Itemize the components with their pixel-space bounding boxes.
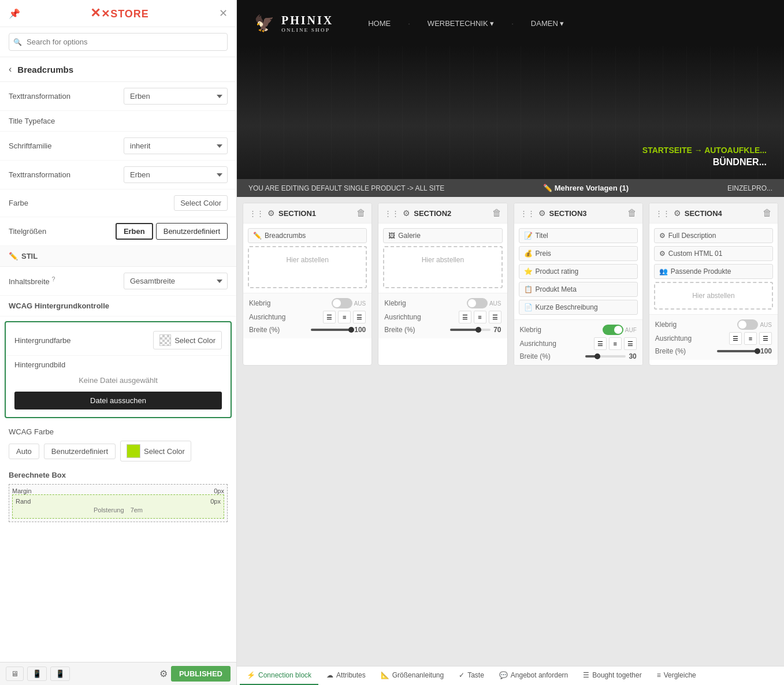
section-gear-btn[interactable]: ⚙ xyxy=(538,209,546,218)
widget-icon: ⚙ xyxy=(659,250,666,258)
drag-handle-icon[interactable]: ⋮⋮ xyxy=(249,209,264,218)
bottom-tab-3[interactable]: ✓Taste xyxy=(452,667,491,685)
right-panel: 🦅 PHINIX ONLINE SHOP HOME · WERBETECHNIK… xyxy=(237,0,784,685)
titelgroessen-erben-btn[interactable]: Erben xyxy=(116,223,153,240)
klebrig-toggle[interactable] xyxy=(737,319,758,330)
drag-handle-icon[interactable]: ⋮⋮ xyxy=(520,209,535,218)
texttransformation1-control[interactable]: Erben xyxy=(124,88,228,105)
nav-home[interactable]: HOME xyxy=(368,19,391,28)
inhaltsbreite-control[interactable]: Gesamtbreite xyxy=(124,273,228,289)
hintergrundbild-label: Hintergrundbild xyxy=(14,360,222,369)
wcag-auto-btn[interactable]: Auto xyxy=(9,444,39,459)
close-icon[interactable]: ✕ xyxy=(219,7,228,20)
section-widget[interactable]: 📋 Produkt Meta xyxy=(519,282,638,297)
texttransformation1-row: Texttransformation Erben xyxy=(0,82,236,111)
wcag-color-button[interactable]: Select Color xyxy=(120,441,191,461)
published-button[interactable]: PUBLISHED xyxy=(171,666,231,682)
section-widget[interactable]: 📄 Kurze Beschreibung xyxy=(519,300,638,315)
breite-controls: 100 xyxy=(311,326,366,334)
texttransformation2-select[interactable]: Erben xyxy=(124,166,228,183)
section-gear-btn[interactable]: ⚙ xyxy=(267,209,275,218)
section-card-3: ⋮⋮ ⚙ SECTION3 🗑 📝 Titel 💰 Preis ⭐ Produc… xyxy=(514,203,643,366)
search-input[interactable] xyxy=(9,33,228,51)
section-delete-btn[interactable]: 🗑 xyxy=(627,208,637,218)
widget-icon: ⚙ xyxy=(659,232,666,240)
bottom-tab-6[interactable]: ≡Vergleiche xyxy=(650,667,703,685)
bottom-tab-2[interactable]: 📐Größenanleitung xyxy=(374,667,451,685)
section-widget[interactable]: 📝 Titel xyxy=(519,228,638,243)
section-left-controls: ⋮⋮ ⚙ SECTION1 xyxy=(249,209,316,218)
align-left-btn[interactable]: ☰ xyxy=(323,311,336,323)
align-center-btn[interactable]: ≡ xyxy=(609,337,622,350)
settings-gear-icon[interactable]: ⚙ xyxy=(159,668,168,679)
bottom-tab-5[interactable]: ☰Bought together xyxy=(576,667,648,685)
align-right-btn[interactable]: ☰ xyxy=(624,337,637,350)
align-center-btn[interactable]: ≡ xyxy=(744,332,757,345)
texttransformation1-select[interactable]: Erben xyxy=(124,88,228,105)
tab-label-1: Attributes xyxy=(336,671,366,679)
pin-icon[interactable]: 📌 xyxy=(9,8,20,19)
breite-row: Breite (%) 100 xyxy=(655,347,772,355)
align-right-btn[interactable]: ☰ xyxy=(353,311,366,323)
bottom-tab-1[interactable]: ☁Attributes xyxy=(319,667,373,685)
section-widget[interactable]: 👥 Passende Produkte xyxy=(654,264,773,279)
mobile-device-btn[interactable]: 📱 xyxy=(50,667,70,681)
inhaltsbreite-select[interactable]: Gesamtbreite xyxy=(124,273,228,289)
breite-slider-thumb[interactable] xyxy=(348,327,354,333)
nav-werbetechnik[interactable]: WERBETECHNIK ▾ xyxy=(428,19,494,28)
hintergrundfarbe-color-button[interactable]: Select Color xyxy=(153,331,222,349)
klebrig-toggle[interactable] xyxy=(332,298,352,308)
drop-zone[interactable]: Hier abstellen xyxy=(654,282,773,310)
texttransformation2-row: Texttransformation Erben xyxy=(0,161,236,189)
section-delete-btn[interactable]: 🗑 xyxy=(492,208,501,218)
wcag-color-swatch xyxy=(127,444,140,458)
align-center-btn[interactable]: ≡ xyxy=(474,311,486,323)
templates-button[interactable]: ✏️ Mehrere Vorlagen (1) xyxy=(543,184,629,192)
section-widget[interactable]: ⭐ Product rating xyxy=(519,264,638,279)
bottom-tab-0[interactable]: ⚡Connection block xyxy=(240,667,318,685)
align-right-btn[interactable]: ☰ xyxy=(489,311,501,323)
align-left-btn[interactable]: ☰ xyxy=(459,311,471,323)
editing-bar: YOU ARE EDITING DEFAULT SINGLE PRODUCT -… xyxy=(237,179,784,197)
section-gear-btn[interactable]: ⚙ xyxy=(403,209,410,218)
section-card-body: ⚙ Full Description ⚙ Custom HTML 01 👥 Pa… xyxy=(649,224,778,314)
align-center-btn[interactable]: ≡ xyxy=(338,311,351,323)
align-right-btn[interactable]: ☰ xyxy=(759,332,772,345)
back-arrow-icon[interactable]: ‹ xyxy=(9,64,12,75)
widget-label: Produkt Meta xyxy=(536,285,577,293)
drag-handle-icon[interactable]: ⋮⋮ xyxy=(384,209,399,218)
drag-handle-icon[interactable]: ⋮⋮ xyxy=(655,209,670,218)
wcag-custom-btn[interactable]: Benutzerdefiniert xyxy=(44,444,116,459)
align-left-btn[interactable]: ☰ xyxy=(594,337,607,350)
breite-slider-thumb[interactable] xyxy=(594,353,600,359)
datei-aussuchen-btn[interactable]: Datei aussuchen xyxy=(14,392,222,409)
texttransformation2-control[interactable]: Erben xyxy=(124,166,228,183)
section-gear-btn[interactable]: ⚙ xyxy=(674,209,681,218)
section-widget[interactable]: 🖼 Galerie xyxy=(383,228,502,243)
section-delete-btn[interactable]: 🗑 xyxy=(763,208,772,218)
section-widget[interactable]: 💰 Preis xyxy=(519,246,638,261)
klebrig-toggle[interactable] xyxy=(603,325,623,335)
section-widget[interactable]: ⚙ Custom HTML 01 xyxy=(654,246,773,261)
titelgroessen-custom-btn[interactable]: Benutzerdefiniert xyxy=(156,223,228,240)
align-left-btn[interactable]: ☰ xyxy=(729,332,742,345)
bottom-tab-4[interactable]: 💬Angebot anfordern xyxy=(492,667,575,685)
section-widget[interactable]: ⚙ Full Description xyxy=(654,228,773,243)
nav-damen[interactable]: DAMEN ▾ xyxy=(531,19,564,28)
drop-zone[interactable]: Hier abstellen xyxy=(248,246,367,288)
drop-zone[interactable]: Hier abstellen xyxy=(383,246,502,288)
section-delete-btn[interactable]: 🗑 xyxy=(356,208,366,218)
section-name-label: SECTION3 xyxy=(549,209,587,218)
farbe-color-button[interactable]: Select Color xyxy=(174,195,228,211)
tablet-device-btn[interactable]: 📱 xyxy=(27,667,47,681)
breite-slider-thumb[interactable] xyxy=(755,348,760,354)
section-card-4: ⋮⋮ ⚙ SECTION4 🗑 ⚙ Full Description ⚙ Cus… xyxy=(649,203,778,366)
klebrig-toggle[interactable] xyxy=(467,298,488,308)
breite-row: Breite (%) 70 xyxy=(384,326,501,334)
schriftfamilie-control[interactable]: inherit xyxy=(124,137,228,154)
breite-slider-thumb[interactable] xyxy=(475,327,481,333)
section-widget[interactable]: ✏️ Breadcrumbs xyxy=(248,228,367,243)
desktop-device-btn[interactable]: 🖥 xyxy=(6,667,24,681)
breadcrumbs-section-header[interactable]: ‹ Breadcrumbs xyxy=(0,57,236,82)
schriftfamilie-select[interactable]: inherit xyxy=(124,137,228,154)
